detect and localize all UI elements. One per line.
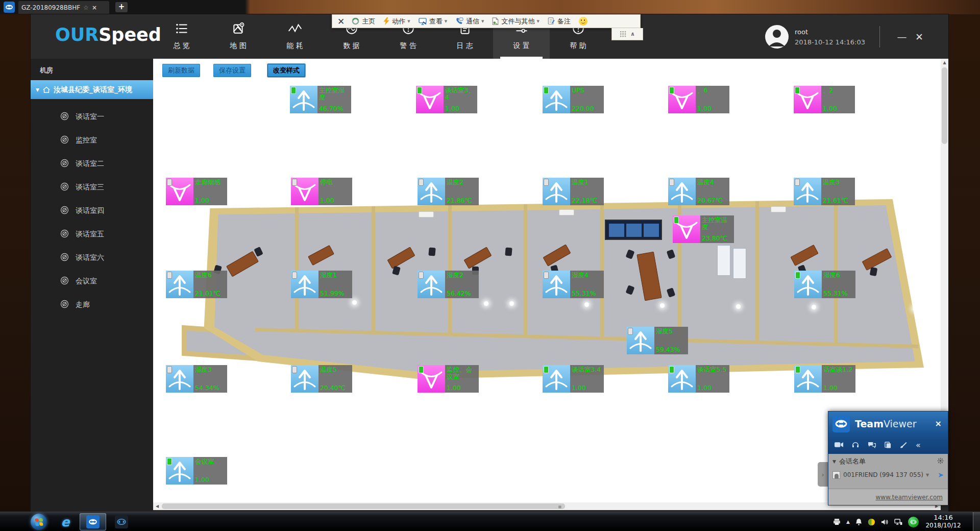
new-tab-button[interactable]: + — [115, 2, 128, 12]
sidebar-item-6[interactable]: 谈话室五 — [31, 223, 153, 246]
collapse-icons-icon[interactable]: « — [916, 440, 921, 450]
sensor-widget-19[interactable]: 湿度354.34% — [166, 365, 227, 393]
tv-toolbar-home[interactable]: 主页 — [352, 17, 375, 26]
internet-explorer-icon[interactable]: e — [55, 514, 76, 530]
feedback-smiley-icon[interactable] — [579, 17, 587, 26]
nav-tab-overview[interactable]: 总 览 — [153, 14, 210, 59]
sensor-status-indicator — [167, 179, 172, 186]
session-list-row[interactable]: ▼ 会话名单 — [832, 457, 944, 466]
toolbar-grip-box[interactable]: ∧ — [611, 28, 643, 40]
sensor-widget-2[interactable]: 谈话室3、41.00 — [416, 86, 477, 113]
session-partner-entry[interactable]: 001FRIEND (994 137 055) ▼ ➤ — [832, 471, 944, 479]
security-icon[interactable] — [868, 518, 875, 526]
app-close-button[interactable]: ✕ — [911, 31, 928, 42]
sensor-widget-9[interactable]: 温度122.18℃ — [543, 178, 604, 205]
sensor-up-arrow-icon — [166, 457, 193, 485]
favorite-star-icon[interactable]: ☆ — [83, 4, 89, 11]
vertical-scroll-thumb[interactable] — [942, 67, 947, 144]
screen — [626, 224, 642, 237]
tv-toolbar-files[interactable]: 文件与其他▼ — [492, 17, 539, 26]
sidebar-root-node[interactable]: ▼ 汝城县纪委_谈话室_环境 — [31, 80, 153, 99]
sidebar-item-2[interactable]: 监控室 — [31, 129, 153, 152]
sensor-widget-12[interactable]: 主控室温度23.80℃ — [673, 215, 734, 243]
sidebar-item-4[interactable]: 谈话室三 — [31, 176, 153, 199]
app-minimize-button[interactable]: — — [893, 31, 911, 42]
entry-dropdown-icon[interactable]: ▼ — [926, 473, 929, 477]
printer-icon[interactable] — [833, 519, 841, 525]
camera-icon[interactable] — [835, 442, 843, 448]
volume-icon[interactable] — [881, 519, 889, 525]
drag-grid-icon[interactable] — [620, 31, 626, 37]
sensor-widget-3[interactable]: UPS220.00 — [543, 86, 604, 113]
nav-tab-map[interactable]: 地 图 — [210, 14, 266, 59]
horizontal-scrollbar[interactable]: ◀ ▦ ▶ — [153, 502, 941, 510]
sensor-widget-21[interactable]: 监控、会议室1.00 — [418, 365, 479, 393]
sensor-widget-14[interactable]: 湿度151.99% — [291, 271, 352, 298]
nav-tab-energy[interactable]: 能 耗 — [266, 14, 323, 59]
sensor-widget-5[interactable]: 、21.00 — [794, 86, 855, 113]
scroll-left-arrow[interactable]: ◀ — [153, 502, 161, 510]
sensor-widget-13[interactable]: 温度621.01℃ — [166, 271, 227, 298]
sensor-widget-20[interactable]: 温度520.40℃ — [291, 365, 352, 393]
brush-icon[interactable] — [900, 442, 907, 448]
partner-avatar-icon — [832, 471, 840, 479]
sensor-widget-16[interactable]: 湿度455.31% — [543, 271, 604, 298]
sidebar-item-5[interactable]: 谈话室四 — [31, 199, 153, 223]
sensor-widget-17[interactable]: 湿度655.31% — [794, 271, 855, 298]
sensor-widget-25[interactable]: 会议室1.00 — [166, 457, 227, 485]
nav-label-help: 帮 助 — [570, 41, 586, 51]
tv-toolbar-view[interactable]: 查看▼ — [419, 17, 447, 26]
headset-icon[interactable] — [852, 442, 859, 448]
sensor-label: 温度420.67℃ — [696, 178, 729, 205]
toolbar-button-1[interactable]: 刷新数据 — [162, 64, 200, 77]
gear-icon[interactable] — [937, 457, 944, 466]
tv-toolbar-notes[interactable]: 备注 — [548, 17, 571, 26]
scroll-up-arrow[interactable]: ▲ — [941, 59, 948, 67]
sensor-up-arrow-icon — [291, 365, 318, 393]
session-tab[interactable]: GZ-20180928BBHF ☆ × — [18, 1, 109, 14]
horizontal-scroll-thumb[interactable]: ▦ — [162, 503, 565, 509]
taskbar-clock[interactable]: 14:16 2018/10/12 — [921, 513, 966, 529]
user-avatar[interactable] — [765, 25, 789, 49]
teamviewer-tray-icon[interactable] — [908, 517, 919, 527]
desktop-wallpaper-strip — [0, 0, 980, 14]
clipboard-icon[interactable] — [885, 442, 891, 448]
taskbar-app-teamviewer-session[interactable] — [80, 513, 106, 530]
start-button[interactable] — [31, 514, 47, 530]
sensor-widget-24[interactable]: 话室谈1.21.00 — [794, 365, 855, 393]
sensor-widget-10[interactable]: 温度420.67℃ — [668, 178, 729, 205]
sidebar-item-9[interactable]: 走廊 — [31, 293, 153, 317]
session-close-icon[interactable]: ✕ — [337, 16, 345, 27]
sensor-widget-22[interactable]: 谈话室3.41.00 — [543, 365, 604, 393]
session-home-icon — [352, 17, 359, 25]
show-desktop-button[interactable] — [973, 512, 980, 531]
collapse-toolbar-icon[interactable]: ∧ — [630, 31, 635, 37]
sensor-widget-8[interactable]: 温度221.86℃ — [418, 178, 479, 205]
chat-icon[interactable] — [868, 442, 876, 448]
panel-close-icon[interactable]: × — [933, 419, 944, 428]
sensor-widget-1[interactable]: 主控室湿度46.70% — [290, 86, 351, 113]
sidebar-item-3[interactable]: 谈话室二 — [31, 152, 153, 176]
sidebar-item-1[interactable]: 谈话室一 — [31, 105, 153, 129]
taskbar-app-teamviewer[interactable] — [108, 513, 135, 530]
sensor-widget-15[interactable]: 湿度256.42% — [418, 271, 479, 298]
tab-close-icon[interactable]: × — [92, 4, 97, 11]
tv-toolbar-actions[interactable]: 动作▼ — [383, 17, 410, 26]
sidebar-item-7[interactable]: 谈话室六 — [31, 246, 153, 270]
network-icon[interactable] — [894, 519, 902, 525]
sensor-widget-23[interactable]: 谈话室5.51.00 — [668, 365, 729, 393]
toolbar-button-2[interactable]: 保存设置 — [213, 64, 251, 77]
teamviewer-website-link[interactable]: www.teamviewer.com — [875, 494, 943, 501]
sidebar-item-8[interactable]: 会议室 — [31, 270, 153, 293]
up-arrow-icon[interactable]: ▲ — [846, 519, 850, 524]
bell-icon[interactable] — [855, 518, 862, 525]
teamviewer-panel-handle[interactable]: › — [818, 462, 828, 487]
sensor-widget-4[interactable]: 、61.00 — [668, 86, 729, 113]
tv-toolbar-communication[interactable]: 通信▼ — [455, 17, 484, 26]
sensor-widget-18[interactable]: 湿度559.43% — [627, 327, 688, 354]
sensor-widget-7[interactable]: 停电1.00 — [291, 178, 352, 205]
chair — [626, 249, 635, 259]
sensor-widget-11[interactable]: 温度321.61℃ — [794, 178, 855, 205]
sensor-widget-6[interactable]: 走廊烟感1.00 — [166, 178, 227, 205]
toolbar-button-3[interactable]: 改变样式 — [267, 64, 305, 77]
